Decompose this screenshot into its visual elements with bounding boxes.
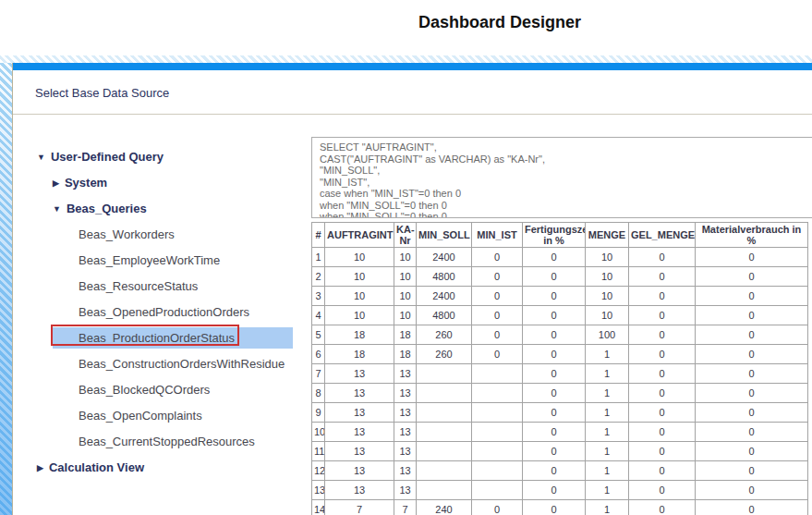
table-cell: 0 [696,481,808,500]
section-title: Select Base Data Source [35,86,812,100]
tree-item-beas-queries[interactable]: ▼Beas_Queries [13,198,311,219]
table-cell: 0 [696,267,808,287]
chevron-right-icon[interactable]: ▶ [53,178,59,188]
table-cell: 0 [629,423,696,442]
chevron-down-icon[interactable]: ▼ [53,204,61,214]
tree-item-label: Beas_CurrentStoppedResources [79,435,255,448]
tree-item-beas-workorders[interactable]: Beas_Workorders [13,224,311,245]
sql-line: when "MIN_SOLL"=0 then 0 [320,200,812,212]
tree-item-label: System [65,176,107,190]
table-cell: 0 [523,267,586,287]
table-row: 147724000100 [312,500,808,515]
table-cell: 1 [586,461,629,481]
sql-line: "MIN_IST", [320,177,812,189]
sql-line: "MIN_SOLL", [320,165,812,177]
table-cell: 0 [629,384,696,403]
table-cell: 260 [417,345,472,364]
table-cell: 18 [325,345,394,364]
tree-item-label: Beas_Workorders [79,227,175,241]
tree-item-label: Beas_EmployeeWorkTime [79,253,220,267]
table-cell: 0 [696,384,808,403]
tree-item-calculation-view[interactable]: ▶Calculation View [13,457,311,478]
preview-column: SELECT "AUFTRAGINT",CAST("AUFTRAGINT" as… [311,115,812,515]
table-cell: 13 [394,403,417,423]
sql-line: case when "MIN_IST"=0 then 0 [320,188,812,200]
table-cell: 0 [629,461,696,481]
table-cell: 1 [586,403,629,423]
table-cell: 18 [394,325,417,345]
table-cell: 13 [394,423,417,442]
decorative-striped-band [0,55,812,63]
table-cell: 0 [696,325,808,345]
tree-item-beas-resourcestatus[interactable]: Beas_ResourceStatus [13,276,311,297]
table-cell: 0 [629,248,696,267]
table-cell [472,364,523,384]
table-cell [472,442,523,461]
table-cell: 0 [523,403,586,423]
tree-item-label: Beas_ProductionOrderStatus [79,331,235,345]
content-panel: Select Base Data Source ▼User-Defined Qu… [12,63,812,515]
table-cell: 0 [523,442,586,461]
column-header: KA-Nr [394,223,417,248]
table-cell: 13 [325,364,394,384]
table-cell [472,461,523,481]
table-cell: 1 [586,423,629,442]
table-cell: 13 [394,481,417,500]
table-cell: 0 [523,500,586,515]
table-cell: 2400 [417,248,472,267]
sql-preview[interactable]: SELECT "AUFTRAGINT",CAST("AUFTRAGINT" as… [311,137,812,218]
table-row: 210104800001000 [312,267,808,287]
chevron-right-icon[interactable]: ▶ [37,463,43,472]
table-cell: 10 [586,248,629,267]
table-cell: 10 [586,306,629,325]
table-header-row: #AUFTRAGINTKA-NrMIN_SOLLMIN_ISTFertigung… [312,223,808,248]
sql-line: CAST("AUFTRAGINT" as VARCHAR) as "KA-Nr"… [320,153,812,166]
tree-item-label: Beas_ResourceStatus [79,279,198,293]
table-cell: 10 [325,306,394,325]
table-cell: 1 [586,384,629,403]
table-cell: 0 [523,306,586,325]
table-row: 713130100 [312,364,808,384]
table-cell: 10 [586,267,629,287]
table-row: 6181826000100 [312,345,808,364]
tree-item-beas-openedproductionorders[interactable]: Beas_OpenedProductionOrders [13,301,311,323]
column-header: Fertigungszeit in % [523,223,586,248]
table-cell: 2 [312,267,325,287]
tree-item-beas-opencomplaints[interactable]: Beas_OpenComplaints [13,405,311,426]
table-cell [417,364,472,384]
tree-item-beas-currentstoppedresources[interactable]: Beas_CurrentStoppedResources [13,431,311,452]
table-cell: 0 [629,403,696,423]
table-cell: 0 [472,287,523,306]
table-cell: 13 [325,384,394,403]
tree-item-label: Beas_OpenedProductionOrders [79,305,249,319]
table-cell [417,442,472,461]
result-grid-wrap: #AUFTRAGINTKA-NrMIN_SOLLMIN_ISTFertigung… [311,222,812,515]
table-cell: 13 [325,403,394,423]
table-cell: 6 [312,345,325,364]
column-header: MENGE [586,223,629,248]
table-row: 1313130100 [312,481,808,500]
table-cell: 10 [394,267,417,287]
table-cell: 0 [629,345,696,364]
tree-item-label: Calculation View [49,460,144,474]
tree-item-beas-constructionorderswithresidue[interactable]: Beas_ConstructionOrdersWithResidue [13,353,311,374]
table-cell: 13 [312,481,325,500]
table-cell: 1 [586,364,629,384]
tree-item-label: Beas_BlockedQCOrders [79,383,210,397]
tree-item-beas-blockedqcorders[interactable]: Beas_BlockedQCOrders [13,379,311,400]
tree-item-beas-productionorderstatus[interactable]: Beas_ProductionOrderStatus [53,327,293,349]
table-cell: 0 [472,267,523,287]
table-cell: 0 [629,500,696,515]
table-cell: 0 [523,461,586,481]
table-cell: 0 [523,481,586,500]
table-cell: 0 [629,364,696,384]
tree-item-beas-employeeworktime[interactable]: Beas_EmployeeWorkTime [13,250,311,271]
table-cell: 0 [696,345,808,364]
table-cell: 0 [696,461,808,481]
table-cell: 10 [325,267,394,287]
tree-item-user-defined-query[interactable]: ▼User-Defined Query [13,146,311,167]
tree-item-system[interactable]: ▶System [13,172,311,193]
chevron-down-icon[interactable]: ▼ [37,153,45,162]
table-cell: 240 [417,500,472,515]
table-cell: 0 [696,500,808,515]
